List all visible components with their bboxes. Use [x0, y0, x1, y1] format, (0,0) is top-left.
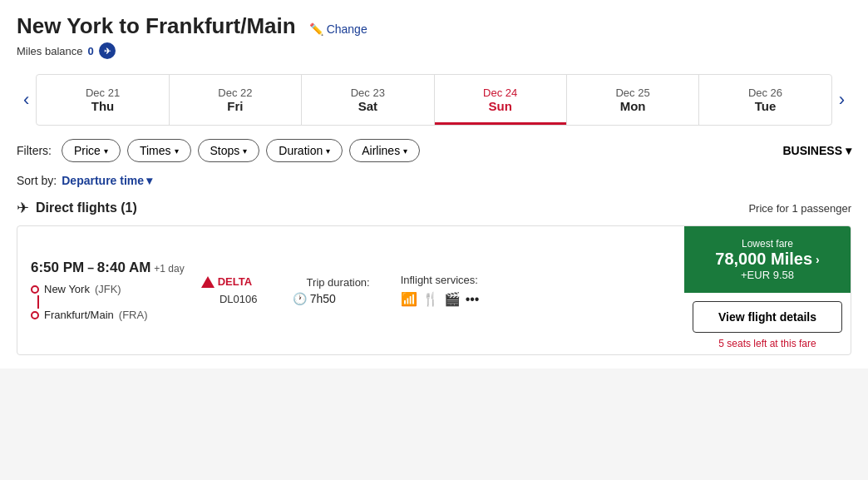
next-day-badge: +1 day: [154, 263, 184, 275]
miles-balance-row: Miles balance 0 ✈: [17, 42, 851, 59]
destination-stop: Frankfurt/Main (FRA): [31, 309, 185, 321]
direct-flights-title: Direct flights (1): [36, 200, 137, 215]
page-title: New York to Frankfurt/Main: [17, 13, 296, 39]
date-strip: Dec 21 Thu Dec 22 Fri Dec 23 Sat Dec 24 …: [36, 74, 831, 126]
filters-row: Filters: Price ▾ Times ▾ Stops ▾ Duratio…: [17, 139, 851, 162]
more-icon: •••: [466, 292, 480, 307]
direct-flights-header: ✈ Direct flights (1) Price for 1 passeng…: [17, 199, 851, 217]
origin-city: New York: [44, 283, 90, 295]
date-cell-0[interactable]: Dec 21 Thu: [37, 75, 169, 125]
date-cell-5[interactable]: Dec 26 Tue: [699, 75, 831, 125]
departure-time: 6:50 PM: [31, 260, 84, 275]
chevron-down-icon: ▾: [326, 146, 330, 156]
date-nav: ‹ Dec 21 Thu Dec 22 Fri Dec 23 Sat Dec 2…: [17, 74, 851, 126]
eur-price: +EUR 9.58: [698, 269, 837, 281]
chevron-down-icon: ▾: [846, 144, 851, 157]
arrival-time: 8:40 AM: [97, 260, 151, 275]
sort-select[interactable]: Departure time ▾: [62, 174, 152, 187]
date-cell-1[interactable]: Dec 22 Fri: [170, 75, 302, 125]
date-cell-3-active[interactable]: Dec 24 Sun: [435, 75, 567, 125]
filter-duration-button[interactable]: Duration ▾: [266, 139, 343, 162]
price-panel: Lowest fare 78,000 Miles › +EUR 9.58 Vie…: [684, 226, 851, 354]
plane-icon: ✈: [17, 199, 29, 217]
inflight-services: Inflight services: 📶 🍴 🎬 •••: [401, 274, 517, 307]
entertainment-icon: 🎬: [444, 291, 461, 307]
clock-icon: 🕐: [293, 292, 307, 305]
pencil-icon: ✏️: [309, 22, 323, 36]
filter-times-button[interactable]: Times ▾: [127, 139, 191, 162]
inflight-icons: 📶 🍴 🎬 •••: [401, 291, 517, 307]
flight-card: 6:50 PM – 8:40 AM +1 day New York (JFK): [17, 225, 851, 355]
chevron-down-icon: ▾: [175, 146, 179, 156]
delta-logo: DELTA: [201, 275, 276, 288]
chevron-down-icon: ▾: [146, 174, 152, 187]
duration-value: 🕐 7h50: [293, 292, 384, 305]
filter-stops-button[interactable]: Stops ▾: [198, 139, 260, 162]
origin-stop: New York (JFK): [31, 283, 185, 295]
origin-dot: [31, 285, 39, 294]
chevron-down-icon: ▾: [243, 146, 247, 156]
wifi-icon: 📶: [401, 291, 417, 307]
date-cell-4[interactable]: Dec 25 Mon: [567, 75, 699, 125]
sort-row: Sort by: Departure time ▾: [17, 174, 851, 187]
chevron-down-icon: ▾: [403, 146, 407, 156]
origin-code: (JFK): [95, 283, 121, 295]
view-details-button[interactable]: View flight details: [693, 301, 842, 333]
chevron-right-icon: ›: [816, 253, 820, 266]
food-icon: 🍴: [422, 291, 439, 307]
filters-label: Filters:: [17, 144, 52, 157]
change-button[interactable]: ✏️ Change: [309, 22, 367, 36]
airline-name: DELTA: [218, 275, 252, 288]
filter-airlines-button[interactable]: Airlines ▾: [349, 139, 420, 162]
chevron-down-icon: ▾: [104, 146, 108, 156]
route-line: [37, 295, 39, 309]
miles-icon: ✈: [99, 42, 116, 59]
sort-label: Sort by:: [17, 174, 57, 187]
flight-number: DL0106: [201, 293, 276, 305]
date-cell-2[interactable]: Dec 23 Sat: [302, 75, 434, 125]
trip-duration: Trip duration: 🕐 7h50: [293, 276, 384, 305]
price-per-passenger: Price for 1 passenger: [748, 202, 851, 215]
destination-dot: [31, 311, 39, 319]
lowest-fare-label: Lowest fare: [698, 238, 837, 250]
lowest-fare-button[interactable]: Lowest fare 78,000 Miles › +EUR 9.58: [684, 226, 851, 293]
miles-price: 78,000 Miles ›: [698, 250, 837, 269]
prev-date-button[interactable]: ‹: [17, 89, 36, 111]
next-date-button[interactable]: ›: [832, 89, 851, 111]
seats-left-label: 5 seats left at this fare: [684, 333, 851, 354]
delta-triangle-icon: [201, 276, 215, 288]
destination-city: Frankfurt/Main: [44, 309, 114, 321]
flight-times: 6:50 PM – 8:40 AM +1 day New York (JFK): [31, 260, 185, 321]
inflight-label: Inflight services:: [401, 274, 517, 286]
filter-price-button[interactable]: Price ▾: [62, 139, 121, 162]
destination-code: (FRA): [119, 309, 148, 321]
duration-label: Trip duration:: [293, 276, 384, 289]
cabin-class-button[interactable]: BUSINESS ▾: [782, 144, 851, 157]
airline-info: DELTA DL0106: [201, 275, 276, 305]
